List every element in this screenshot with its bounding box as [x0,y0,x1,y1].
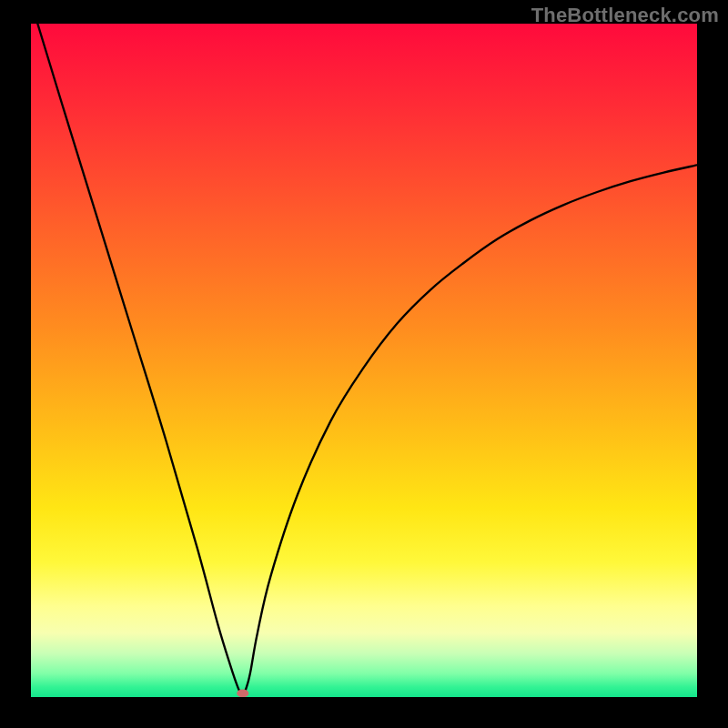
gradient-background [31,24,697,697]
optimal-point-marker [237,689,248,697]
chart-frame: TheBottleneck.com [0,0,728,728]
bottleneck-chart [31,24,697,697]
